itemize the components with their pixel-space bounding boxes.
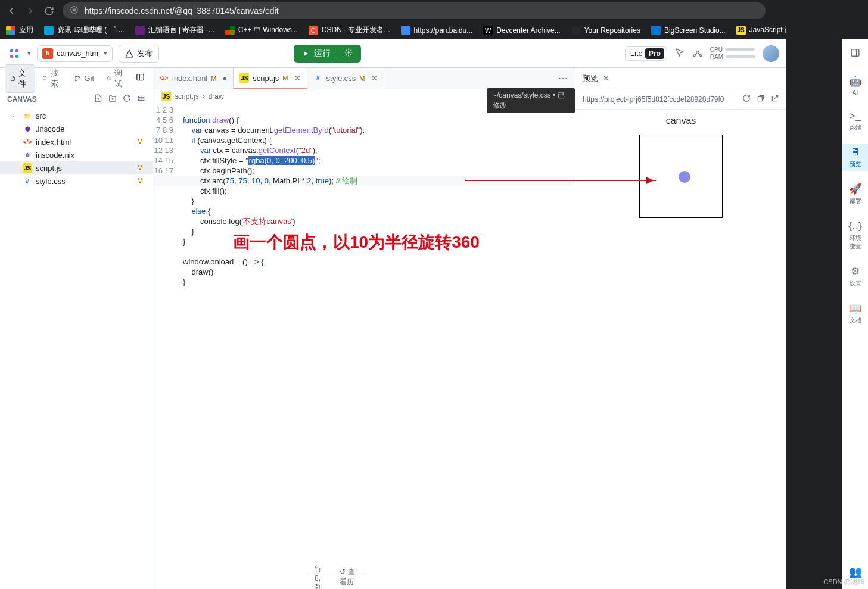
reload-icon[interactable] <box>742 94 751 104</box>
browser-chrome: https://inscode.csdn.net/@qq_38870145/ca… <box>0 0 868 21</box>
svg-line-12 <box>695 53 696 55</box>
new-file-icon[interactable] <box>94 94 102 104</box>
run-settings-icon[interactable] <box>338 48 353 58</box>
close-icon[interactable]: ✕ <box>603 74 609 83</box>
tab-files[interactable]: 文件 <box>5 64 35 93</box>
external-icon[interactable] <box>771 94 779 104</box>
status-bar: 行 8, 列 26 ↺ 查看历史 <box>306 575 363 589</box>
apps-button[interactable]: 应用 <box>6 25 33 35</box>
svg-point-0 <box>71 7 77 13</box>
svg-point-4 <box>15 49 19 52</box>
svg-rect-19 <box>108 77 110 80</box>
code-content[interactable]: function draw() { var canvas = document.… <box>179 104 575 589</box>
explorer-panel: 文件 搜索 Git 调试 CANVAS ›📁src ⬢.inscode </>i… <box>0 68 153 589</box>
tab-script-js[interactable]: JSscript.js M✕ <box>234 68 307 89</box>
run-label: 运行 <box>314 48 331 59</box>
svg-point-6 <box>15 54 19 58</box>
preview-pane: 预览 ✕ https://project-iprj65f5d812fccdef2… <box>575 68 786 589</box>
rail-deploy[interactable]: 🚀部署 <box>842 180 868 208</box>
svg-point-14 <box>43 76 46 79</box>
forward-button[interactable] <box>25 5 36 16</box>
close-icon[interactable]: ● <box>222 74 227 83</box>
tab-overflow-icon[interactable]: ⋯ <box>551 73 575 84</box>
editor-tabs: </>index.html M● JSscript.js M✕ #style.c… <box>153 68 575 89</box>
lite-label: Lite <box>630 49 643 58</box>
svg-point-18 <box>79 77 80 79</box>
canvas-heading: canvas <box>666 116 696 126</box>
new-folder-icon[interactable] <box>108 94 117 104</box>
svg-rect-32 <box>138 99 144 100</box>
url-bar[interactable]: https://inscode.csdn.net/@qq_38870145/ca… <box>63 2 766 19</box>
tab-index-html[interactable]: </>index.html M● <box>153 68 234 89</box>
history-button[interactable]: ↺ 查看历史 <box>340 567 355 589</box>
svg-point-17 <box>75 80 76 81</box>
bookmark-item[interactable]: 资讯-哔哩哔哩 ( ゜-... <box>44 25 125 35</box>
project-name: canvas_html <box>57 49 100 58</box>
canvas-output <box>639 135 723 218</box>
url-text: https://inscode.csdn.net/@qq_38870145/ca… <box>85 6 279 15</box>
rail-terminal[interactable]: >_终端 <box>842 108 868 135</box>
close-icon[interactable]: ✕ <box>371 74 378 83</box>
bookmarks-bar: 应用 资讯-哔哩哔哩 ( ゜-... 汇编语言 | 寄存器 -... C++ 中… <box>0 21 868 39</box>
bookmark-item[interactable]: Your Repositories <box>571 26 640 35</box>
preview-title: 预览 <box>583 73 598 84</box>
bookmark-item[interactable]: https://pan.baidu... <box>401 26 473 35</box>
bookmark-item[interactable]: CCSDN - 专业开发者... <box>309 25 390 35</box>
file-style-css[interactable]: #style.cssM <box>0 174 153 188</box>
rail-ai[interactable]: 🤖AI <box>842 73 868 98</box>
logo-icon[interactable] <box>7 46 21 61</box>
file-inscode[interactable]: ⬢.inscode <box>0 122 153 135</box>
rail-docs[interactable]: 📖文档 <box>842 300 868 327</box>
rail-env[interactable]: {‥}环境 变量 <box>842 217 868 253</box>
site-info-icon[interactable] <box>70 5 79 16</box>
file-script-js[interactable]: JSscript.jsM <box>0 161 153 174</box>
open-new-icon[interactable] <box>757 94 765 104</box>
app-header: ▾ 5 canvas_html ▾ 发布 运行 Lite Pro CPU RAM <box>0 39 786 68</box>
preview-url: https://project-iprj65f5d812fccdef28928d… <box>583 95 736 104</box>
back-button[interactable] <box>6 5 17 16</box>
crop-mask <box>786 0 868 39</box>
network-icon[interactable] <box>692 47 703 60</box>
annotation-text: 画一个圆点，以10为半径旋转360 <box>233 237 480 247</box>
project-selector[interactable]: 5 canvas_html ▾ <box>37 45 113 62</box>
rail-layout-icon[interactable] <box>842 45 868 63</box>
chevron-down-icon[interactable]: ▾ <box>27 49 31 57</box>
folder-src[interactable]: ›📁src <box>0 109 153 122</box>
svg-rect-31 <box>138 96 144 98</box>
plan-toggle[interactable]: Lite Pro <box>625 46 667 61</box>
close-icon[interactable]: ✕ <box>294 74 301 83</box>
rail-preview[interactable]: 🖥预览 <box>842 144 868 171</box>
tab-search[interactable]: 搜索 <box>38 65 67 92</box>
svg-point-3 <box>10 49 14 52</box>
collapse-icon[interactable] <box>137 94 145 104</box>
bookmark-item[interactable]: C++ 中 Windows... <box>225 25 298 35</box>
js-icon: JS <box>161 92 171 101</box>
file-tree: ›📁src ⬢.inscode </>index.htmlM ❄inscode.… <box>0 109 153 188</box>
bookmark-item[interactable]: BigScreen Studio... <box>651 26 726 35</box>
svg-point-8 <box>348 51 350 54</box>
avatar[interactable] <box>763 45 779 62</box>
bookmark-item[interactable]: 汇编语言 | 寄存器 -... <box>135 25 214 35</box>
run-button[interactable]: 运行 <box>294 45 361 63</box>
section-title: CANVAS <box>7 95 37 104</box>
rail-settings[interactable]: ⚙设置 <box>842 263 868 290</box>
code-editor[interactable]: 1 2 3 4 5 6 7 8 9 10 11 12 13 14 15 16 1… <box>153 104 575 589</box>
file-inscode-nix[interactable]: ❄inscode.nix <box>0 148 153 161</box>
cursor-position[interactable]: 行 8, 列 26 <box>315 564 329 590</box>
panel-toggle-icon[interactable] <box>133 71 148 86</box>
tab-debug[interactable]: 调试 <box>101 65 130 92</box>
publish-button[interactable]: 发布 <box>119 45 159 63</box>
tab-style-css[interactable]: #style.css M✕ <box>307 68 384 89</box>
preview-url-bar: https://project-iprj65f5d812fccdef28928d… <box>575 89 786 110</box>
bookmark-item[interactable]: WDevcenter Archive... <box>483 26 560 35</box>
right-rail: 🤖AI >_终端 🖥预览 🚀部署 {‥}环境 变量 ⚙设置 📖文档 👥 <box>842 39 868 589</box>
ide-app: ▾ 5 canvas_html ▾ 发布 运行 Lite Pro CPU RAM <box>0 39 786 589</box>
editor-area: </>index.html M● JSscript.js M✕ #style.c… <box>153 68 575 589</box>
tab-git[interactable]: Git <box>69 71 99 86</box>
preview-content: canvas <box>575 110 786 589</box>
file-index-html[interactable]: </>index.htmlM <box>0 135 153 148</box>
js-icon: JS <box>239 73 249 83</box>
cursor-icon[interactable] <box>674 47 685 60</box>
refresh-icon[interactable] <box>123 94 131 104</box>
reload-button[interactable] <box>44 6 54 16</box>
